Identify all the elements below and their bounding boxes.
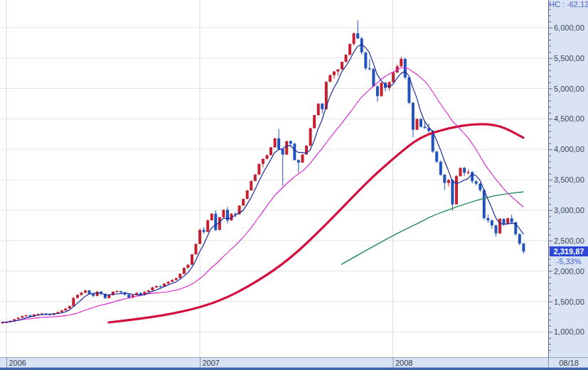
- y-axis-tick-label: 4,500,00: [554, 114, 584, 123]
- page-bg: [0, 0, 588, 370]
- y-axis-tick-label: 1,500,00: [554, 298, 584, 306]
- y-axis-tick-label: 5,000,00: [554, 85, 584, 93]
- y-axis-tick-label: 5,500,00: [554, 54, 584, 62]
- y-axis-tick-label: 2,500,00: [554, 236, 584, 245]
- y-axis-tick-label: 4,000,00: [554, 145, 584, 153]
- y-axis-tick-label: 3,500,00: [554, 175, 584, 184]
- y-axis-tick-label: 1,000,00: [554, 327, 584, 336]
- y-axis-tick-label: 6,000,00: [554, 23, 584, 32]
- high-change-label: HC : -62,12: [549, 0, 588, 9]
- x-axis-year-2: 2008: [395, 358, 412, 368]
- y-axis: 6,000,005,500,005,000,004,500,004,000,00…: [549, 0, 584, 357]
- bottom-edge-strip: [0, 368, 588, 370]
- x-axis-year-1: 2007: [202, 358, 219, 368]
- last-price-tag: 2,319,87: [550, 246, 588, 256]
- chart-window: 6,000,005,500,005,000,004,500,004,000,00…: [0, 0, 588, 370]
- x-axis-bar: [0, 357, 588, 370]
- y-axis-tick-label: 2,000,00: [554, 267, 584, 276]
- x-axis-corner-date-label: 08/18: [550, 358, 588, 368]
- x-axis-year-0: 2006: [9, 358, 26, 368]
- change-percent-label: -5,33%: [550, 257, 588, 266]
- price-chart-canvas[interactable]: 6,000,005,500,005,000,004,500,004,000,00…: [0, 0, 588, 370]
- y-axis-tick-label: 3,000,00: [554, 206, 584, 214]
